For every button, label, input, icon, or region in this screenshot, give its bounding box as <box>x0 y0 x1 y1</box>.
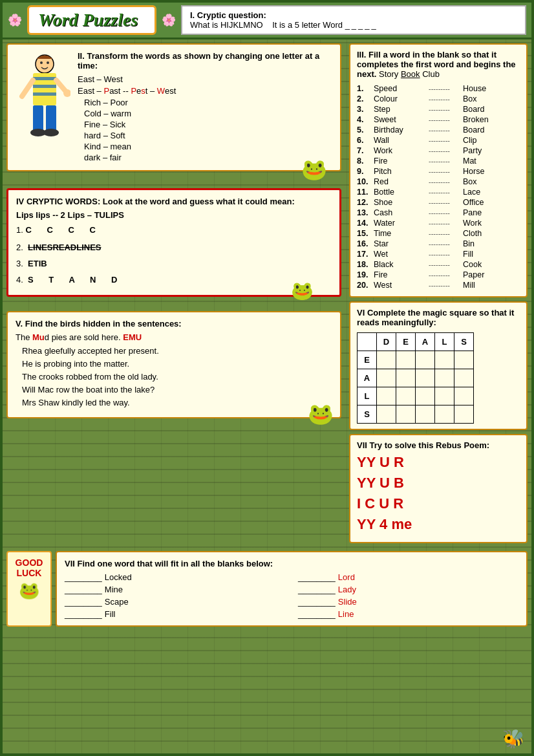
svg-rect-2 <box>33 77 56 80</box>
rebus-line-4: YY 4 me <box>357 516 520 533</box>
page-title: Word Puzzles <box>38 10 138 30</box>
list-item: Rhea gleefully accepted her present. <box>22 346 332 356</box>
word-pair: 16. Star --------- Bin <box>357 239 520 248</box>
section-magic-square: VI Complete the magic square so that it … <box>349 301 528 430</box>
example2: East – Past -- Pest – West <box>78 86 332 96</box>
grid-cell <box>377 351 396 369</box>
word-pair: 7. Work --------- Party <box>357 146 520 155</box>
blank-item: ________ Scape <box>65 597 285 607</box>
section-rebus: VII Try to solve this Rebus Poem: YY U R… <box>349 434 528 543</box>
list-item: He is probing into the matter. <box>22 359 332 369</box>
blank-dash: ________ <box>65 597 102 607</box>
section2-title: II. Transform the words as shown by chan… <box>78 51 332 70</box>
grid-cell <box>377 387 396 405</box>
word-pair: 11. Bottle --------- Lace <box>357 188 520 197</box>
grid-cell <box>416 387 435 405</box>
section6-title: VII Find one word that will fit in all t… <box>65 559 518 568</box>
grid-cell <box>454 351 474 369</box>
word-pair: 15. Time --------- Cloth <box>357 229 520 238</box>
blank-dash: ________ <box>298 597 336 607</box>
good-luck-line2: LUCK <box>13 568 45 578</box>
magic-grid: D E A L S E A <box>357 332 474 424</box>
word-pair: 5. Birthday --------- Board <box>357 125 520 135</box>
left-column: II. Transform the words as shown by chan… <box>3 39 345 547</box>
word-pair: 8. Fire --------- Mat <box>357 157 520 166</box>
svg-rect-3 <box>33 85 56 88</box>
blank-item: ________ Mine <box>65 585 285 594</box>
cryptic-example: Lips lips -- 2 Lips – TULIPS <box>16 210 332 220</box>
section5-title: V. Find the birds hidden in the sentence… <box>16 319 332 329</box>
grid-cell <box>435 387 454 405</box>
frog-decoration-3: 🐸 <box>308 402 334 426</box>
rebus-title: VII Try to solve this Rebus Poem: <box>357 440 520 450</box>
grid-header: S <box>454 333 474 351</box>
blank-word: Fill <box>105 609 116 619</box>
blank-item: ________ Fill <box>65 609 285 619</box>
cryptic-answer-label: It is a 5 letter Word <box>272 20 343 30</box>
bird-sentences-list: Rhea gleefully accepted her present. He … <box>16 346 332 407</box>
cryptic-blanks: _____ <box>345 20 378 30</box>
frog-decoration-4: 🐸 <box>13 581 45 601</box>
grid-cell <box>416 351 435 369</box>
birds-example: The Mud pies are sold here. EMU <box>16 332 332 342</box>
rebus-line-2: YY U B <box>357 475 520 491</box>
grid-header: L <box>435 333 454 351</box>
word-pair: 17. Wet --------- Fill <box>357 250 520 259</box>
svg-rect-5 <box>33 105 43 131</box>
svg-rect-4 <box>33 92 56 96</box>
num-label: 4. <box>16 275 23 285</box>
title-box: Word Puzzles <box>27 5 156 35</box>
word-pair: 6. Wall --------- Clip <box>357 136 520 145</box>
grid-cell <box>435 351 454 369</box>
grid-header: E <box>396 333 416 351</box>
svg-line-9 <box>22 80 33 96</box>
word-pair: 4. Sweet --------- Broken <box>357 115 520 124</box>
blank-word: Line <box>338 609 354 619</box>
cryptic-item-4: 4. S T A N D <box>16 275 332 285</box>
word-pair: 18. Black --------- Cook <box>357 260 520 269</box>
header-row: 🌸 Word Puzzles 🌸 I. Cryptic question: Wh… <box>3 3 531 39</box>
cryptic-label: I. Cryptic question: <box>190 10 266 20</box>
blank-word: Slide <box>338 597 357 607</box>
grid-cell <box>435 369 454 387</box>
boy-illustration <box>16 51 74 164</box>
grid-cell <box>396 387 416 405</box>
list-item: dark – fair <box>84 153 332 162</box>
svg-rect-6 <box>46 105 56 131</box>
word-pair: 13. Cash --------- Pane <box>357 208 520 217</box>
cryptic-item-2: 2. LINESREADLINES <box>16 243 332 252</box>
word-pair: 12. Shoe --------- Office <box>357 198 520 207</box>
grid-cell <box>377 405 396 424</box>
section-transform: II. Transform the words as shown by chan… <box>6 43 341 171</box>
bee-decoration: 🐝 <box>502 728 525 750</box>
word-pair: 1. Speed --------- House <box>357 84 520 93</box>
grid-cell <box>454 369 474 387</box>
list-item: Fine – Sick <box>84 120 332 129</box>
header-cryptic-box: I. Cryptic question: What is HIJKLMNO It… <box>181 5 526 35</box>
blank-item: ________ Locked <box>65 572 285 582</box>
num-label: 3. <box>16 259 23 268</box>
frog-decoration-2: 🐸 <box>291 280 314 301</box>
main-content: II. Transform the words as shown by chan… <box>3 39 531 547</box>
word-pair: 19. Fire --------- Paper <box>357 270 520 279</box>
grid-header: A <box>416 333 435 351</box>
table-row: S <box>358 405 474 424</box>
blank-word: Scape <box>105 597 129 607</box>
section-fill-word: III. Fill a word in the blank so that it… <box>349 43 528 297</box>
word-pair: 14. Water --------- Work <box>357 219 520 228</box>
grid-row-header: L <box>358 387 377 405</box>
blank-dash: ________ <box>65 585 102 594</box>
list-item: Rich – Poor <box>84 98 332 107</box>
section-cryptic: IV CRYPTIC WORDS: Look at the word and g… <box>6 188 341 297</box>
table-row: A <box>358 369 474 387</box>
example1: East – West <box>78 74 332 84</box>
rebus-line-1: YY U R <box>357 454 520 471</box>
magic-square-title: VI Complete the magic square so that it … <box>357 308 520 327</box>
grid-cell <box>416 369 435 387</box>
section-birds: V. Find the birds hidden in the sentence… <box>6 311 341 418</box>
right-column: III. Fill a word in the blank so that it… <box>345 39 531 547</box>
word-pair: 2. Colour --------- Box <box>357 94 520 103</box>
bottom-row: GOOD LUCK 🐸 VII Find one word that will … <box>3 547 531 631</box>
grid-cell <box>396 351 416 369</box>
list-item: Cold – warm <box>84 109 332 118</box>
